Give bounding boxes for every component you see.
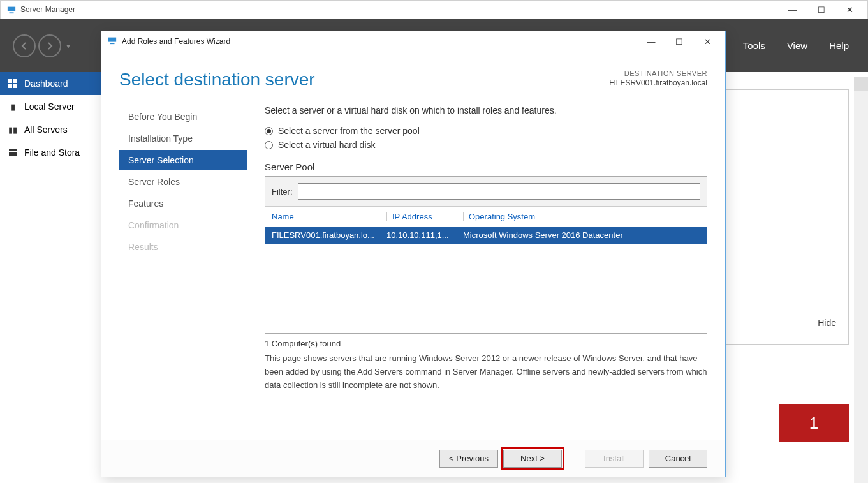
svg-rect-10 [110, 43, 115, 44]
svg-rect-6 [9, 149, 17, 151]
minimize-button[interactable]: — [778, 1, 807, 19]
nav-dashboard[interactable]: Dashboard [0, 72, 101, 95]
computers-found: 1 Computer(s) found [265, 339, 707, 348]
nav-all-servers[interactable]: ▮▮ All Servers [0, 118, 101, 141]
wizard-icon [108, 36, 118, 47]
alert-count: 1 [809, 413, 818, 433]
col-header-ip[interactable]: IP Address [386, 212, 463, 221]
wizard-titlebar: Add Roles and Features Wizard — ☐ ✕ [101, 31, 725, 52]
nav-item-label: All Servers [24, 124, 68, 135]
file-storage-icon [8, 148, 18, 157]
wizard-heading: Select destination server [119, 70, 609, 90]
alert-tile[interactable]: 1 [779, 404, 849, 442]
svg-rect-1 [10, 12, 14, 13]
menu-tools[interactable]: Tools [743, 40, 765, 51]
filter-input[interactable] [298, 183, 701, 200]
radio-vhd[interactable]: Select a virtual hard disk [265, 140, 707, 150]
wizard-body: Before You Begin Installation Type Serve… [101, 96, 725, 422]
dashboard-icon [8, 79, 18, 88]
svg-rect-8 [9, 154, 17, 156]
hide-link[interactable]: Hide [818, 318, 836, 328]
server-pool-label: Server Pool [265, 161, 707, 172]
cancel-button[interactable]: Cancel [649, 450, 707, 468]
radio-icon [265, 141, 273, 149]
svg-rect-4 [8, 84, 12, 88]
table-body-empty [265, 244, 707, 333]
radio-icon [265, 127, 273, 135]
destination-label: DESTINATION SERVER [609, 70, 707, 77]
svg-rect-0 [8, 7, 15, 11]
instruction-text: Select a server or a virtual hard disk o… [265, 105, 707, 115]
close-button[interactable]: ✕ [835, 1, 864, 19]
description-text: This page shows servers that are running… [265, 352, 707, 392]
maximize-button[interactable]: ☐ [807, 1, 835, 19]
step-before-you-begin[interactable]: Before You Begin [119, 107, 247, 127]
nav-item-label: Dashboard [24, 78, 68, 89]
radio-server-pool[interactable]: Select a server from the server pool [265, 126, 707, 136]
left-nav: Dashboard ▮ Local Server ▮▮ All Servers … [0, 72, 101, 164]
cell-ip: 10.10.10.111,1... [386, 230, 463, 240]
destination-info: DESTINATION SERVER FILESRV001.firatboyan… [609, 70, 707, 87]
wizard-close-button[interactable]: ✕ [693, 33, 721, 50]
wizard-title: Add Roles and Features Wizard [122, 37, 637, 46]
scrollbar[interactable] [854, 77, 868, 483]
step-installation-type[interactable]: Installation Type [119, 128, 247, 149]
table-row[interactable]: FILESRV001.firatboyan.lo... 10.10.10.111… [265, 227, 707, 244]
nav-item-label: File and Stora [24, 147, 80, 158]
cell-name: FILESRV001.firatboyan.lo... [272, 230, 386, 240]
filter-row: Filter: [265, 177, 707, 207]
forward-button[interactable] [38, 34, 61, 57]
wizard-minimize-button[interactable]: — [637, 33, 665, 50]
step-server-selection[interactable]: Server Selection [119, 150, 247, 170]
outer-window-title: Server Manager [20, 5, 778, 14]
servers-icon: ▮▮ [8, 125, 18, 135]
menu-help[interactable]: Help [829, 40, 849, 51]
nav-item-label: Local Server [24, 101, 75, 112]
back-button[interactable] [13, 34, 36, 57]
radio-label: Select a virtual hard disk [278, 140, 376, 150]
wizard-dialog: Add Roles and Features Wizard — ☐ ✕ Sele… [101, 31, 726, 477]
step-server-roles[interactable]: Server Roles [119, 172, 247, 192]
step-confirmation: Confirmation [119, 215, 247, 235]
wizard-maximize-button[interactable]: ☐ [665, 33, 693, 50]
filter-label: Filter: [272, 187, 293, 197]
server-manager-icon [6, 4, 17, 15]
col-header-os[interactable]: Operating System [463, 212, 700, 221]
wizard-header: Select destination server DESTINATION SE… [101, 52, 725, 96]
wizard-steps: Before You Begin Installation Type Serve… [119, 103, 247, 422]
wizard-content: Select a server or a virtual hard disk o… [247, 103, 707, 422]
step-features[interactable]: Features [119, 193, 247, 214]
nav-dropdown-icon[interactable]: ▾ [66, 41, 70, 50]
step-results: Results [119, 237, 247, 257]
svg-rect-5 [13, 84, 17, 88]
cell-os: Microsoft Windows Server 2016 Datacenter [463, 230, 700, 240]
nav-local-server[interactable]: ▮ Local Server [0, 95, 101, 118]
outer-titlebar: Server Manager — ☐ ✕ [0, 0, 868, 19]
destination-server: FILESRV001.firatboyan.local [609, 78, 707, 87]
svg-rect-3 [13, 79, 17, 83]
wizard-window-controls: — ☐ ✕ [637, 33, 721, 50]
server-icon: ▮ [8, 102, 18, 112]
col-header-name[interactable]: Name [272, 212, 386, 221]
radio-label: Select a server from the server pool [278, 126, 420, 136]
svg-rect-7 [9, 152, 17, 154]
wizard-footer: < Previous Next > Install Cancel [101, 440, 725, 477]
menu-view[interactable]: View [787, 40, 807, 51]
server-pool-box: Filter: Name IP Address Operating System… [265, 176, 707, 334]
svg-rect-9 [108, 38, 116, 42]
next-button[interactable]: Next > [503, 450, 562, 468]
svg-rect-2 [8, 79, 12, 83]
previous-button[interactable]: < Previous [439, 450, 498, 468]
nav-file-storage[interactable]: File and Stora [0, 141, 101, 164]
install-button: Install [585, 450, 644, 468]
table-headers: Name IP Address Operating System [265, 207, 707, 227]
outer-window-controls: — ☐ ✕ [778, 1, 864, 19]
